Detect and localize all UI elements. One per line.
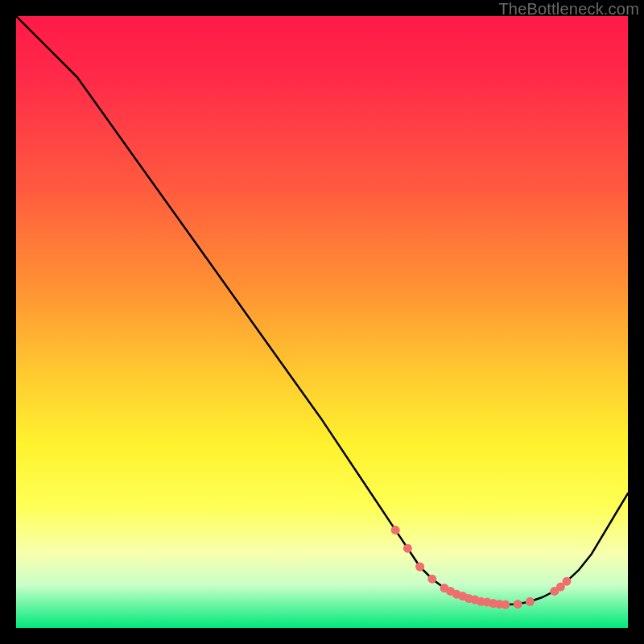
data-point	[415, 563, 424, 572]
data-point	[391, 526, 400, 535]
bottleneck-curve	[16, 16, 628, 605]
data-point	[526, 597, 535, 606]
data-point	[403, 544, 412, 553]
watermark-text: TheBottleneck.com	[498, 0, 639, 19]
data-point	[427, 575, 436, 584]
data-point	[563, 577, 572, 586]
data-point	[502, 601, 510, 609]
data-point	[514, 600, 522, 609]
chart-svg	[16, 16, 628, 628]
chart-frame: TheBottleneck.com	[0, 0, 644, 644]
plot-area	[16, 16, 628, 628]
